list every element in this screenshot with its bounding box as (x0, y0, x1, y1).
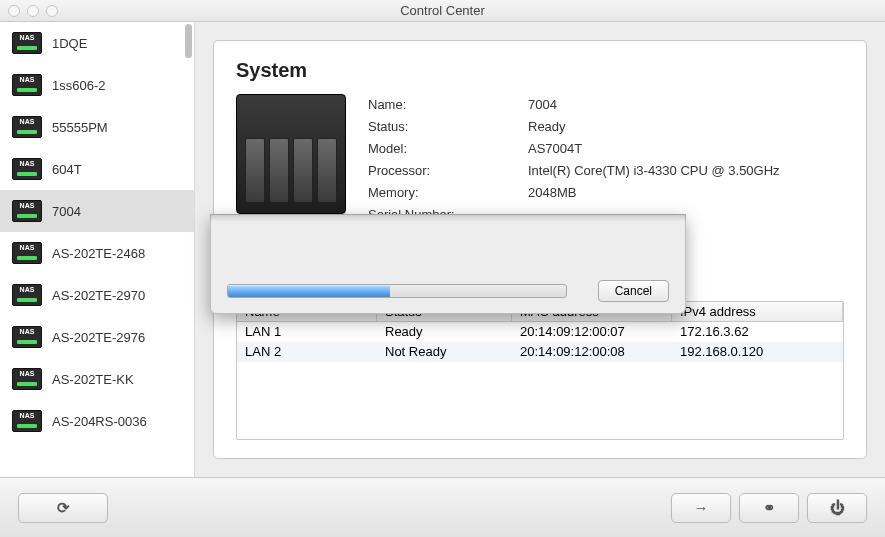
refresh-icon: ⟳ (57, 499, 70, 517)
sidebar-item-label: AS-204RS-0036 (52, 414, 147, 429)
sidebar-item-nas-8[interactable]: AS-202TE-KK (0, 358, 194, 400)
cell-ip: 172.16.3.62 (672, 322, 843, 342)
minimize-window-button[interactable] (27, 5, 39, 17)
sidebar-item-label: AS-202TE-2976 (52, 330, 145, 345)
link-icon: ⚭ (763, 499, 776, 517)
sidebar-item-nas-9[interactable]: AS-204RS-0036 (0, 400, 194, 442)
sidebar-item-label: 604T (52, 162, 82, 177)
info-label: Model: (368, 138, 528, 160)
info-label: Status: (368, 116, 528, 138)
traffic-lights (8, 5, 58, 17)
cell-name: LAN 1 (237, 322, 377, 342)
device-image (236, 94, 346, 214)
nas-icon (12, 284, 42, 306)
sidebar-item-nas-2[interactable]: 55555PM (0, 106, 194, 148)
network-table: Name Status MAC address IPv4 address LAN… (236, 301, 844, 440)
connect-button[interactable]: → (671, 493, 731, 523)
refresh-button[interactable]: ⟳ (18, 493, 108, 523)
info-label: Memory: (368, 182, 528, 204)
nas-icon (12, 326, 42, 348)
progress-bar (227, 284, 567, 298)
nas-icon (12, 158, 42, 180)
sidebar-item-label: AS-202TE-2970 (52, 288, 145, 303)
info-value: Ready (528, 116, 844, 138)
sidebar-item-label: AS-202TE-KK (52, 372, 134, 387)
info-value: 7004 (528, 94, 844, 116)
info-label: Name: (368, 94, 528, 116)
sidebar-item-label: AS-202TE-2468 (52, 246, 145, 261)
sidebar-item-nas-3[interactable]: 604T (0, 148, 194, 190)
nas-icon (12, 200, 42, 222)
nas-icon (12, 242, 42, 264)
nas-icon (12, 410, 42, 432)
sidebar-item-nas-1[interactable]: 1ss606-2 (0, 64, 194, 106)
cancel-button[interactable]: Cancel (598, 280, 669, 302)
link-button[interactable]: ⚭ (739, 493, 799, 523)
info-value: 2048MB (528, 182, 844, 204)
system-heading: System (236, 59, 844, 82)
nas-icon (12, 116, 42, 138)
table-row[interactable]: LAN 1 Ready 20:14:09:12:00:07 172.16.3.6… (237, 322, 843, 342)
sidebar-item-label: 55555PM (52, 120, 108, 135)
sidebar-item-nas-7[interactable]: AS-202TE-2976 (0, 316, 194, 358)
sidebar: 1DQE 1ss606-2 55555PM 604T 7004 AS-202TE… (0, 22, 195, 477)
bottom-toolbar: ⟳ → ⚭ ⏻ (0, 477, 885, 537)
cell-mac: 20:14:09:12:00:07 (512, 322, 672, 342)
sidebar-item-label: 1DQE (52, 36, 87, 51)
sidebar-item-label: 7004 (52, 204, 81, 219)
zoom-window-button[interactable] (46, 5, 58, 17)
nas-icon (12, 74, 42, 96)
cell-mac: 20:14:09:12:00:08 (512, 342, 672, 362)
progress-fill (228, 285, 390, 297)
col-ip[interactable]: IPv4 address (672, 302, 843, 321)
close-window-button[interactable] (8, 5, 20, 17)
window-title: Control Center (0, 3, 885, 18)
arrow-right-icon: → (694, 499, 709, 516)
cell-ip: 192.168.0.120 (672, 342, 843, 362)
sidebar-item-label: 1ss606-2 (52, 78, 105, 93)
cell-status: Ready (377, 322, 512, 342)
sidebar-item-nas-4[interactable]: 7004 (0, 190, 194, 232)
info-label: Processor: (368, 160, 528, 182)
sidebar-item-nas-0[interactable]: 1DQE (0, 22, 194, 64)
sidebar-item-nas-6[interactable]: AS-202TE-2970 (0, 274, 194, 316)
sidebar-item-nas-5[interactable]: AS-202TE-2468 (0, 232, 194, 274)
sidebar-scrollbar[interactable] (185, 24, 192, 58)
titlebar: Control Center (0, 0, 885, 22)
power-icon: ⏻ (830, 499, 845, 516)
nas-icon (12, 368, 42, 390)
info-value: Intel(R) Core(TM) i3-4330 CPU @ 3.50GHz (528, 160, 844, 182)
nas-icon (12, 32, 42, 54)
cell-status: Not Ready (377, 342, 512, 362)
cell-name: LAN 2 (237, 342, 377, 362)
power-button[interactable]: ⏻ (807, 493, 867, 523)
table-row[interactable]: LAN 2 Not Ready 20:14:09:12:00:08 192.16… (237, 342, 843, 362)
progress-sheet: Cancel (210, 214, 686, 314)
info-value: AS7004T (528, 138, 844, 160)
